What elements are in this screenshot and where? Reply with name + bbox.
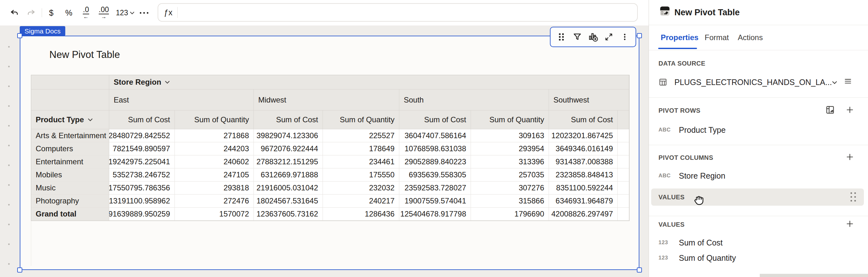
pivot-value-cell[interactable]: 18024567.531645 [254, 194, 323, 208]
pivot-value-cell[interactable]: 1796690 [471, 208, 549, 221]
pivot-value-cell[interactable]: 257035 [471, 168, 549, 182]
pivot-column-item[interactable]: ABC Store Region [658, 170, 849, 182]
pivot-value-cell[interactable]: 1570072 [175, 208, 254, 221]
percent-format-button[interactable]: % [62, 6, 75, 19]
pivot-value-cell[interactable]: 293954 [471, 142, 549, 155]
pivot-group-header[interactable]: East [109, 89, 254, 111]
pivot-row-dimension-header[interactable]: Product Type [31, 111, 109, 129]
pivot-row-label[interactable]: Photography [31, 194, 109, 208]
pivot-value-cell[interactable]: 247105 [175, 168, 254, 182]
chevron-down-icon[interactable] [165, 81, 170, 84]
value-item[interactable]: 123 Sum of Quantity [658, 251, 849, 264]
pivot-value-cell[interactable]: 19242975.225041 [109, 155, 175, 168]
measure-header[interactable]: Sum of Quantity [471, 111, 549, 129]
pivot-value-cell[interactable]: 1286436 [323, 208, 399, 221]
formula-bar[interactable]: ƒx [158, 3, 638, 22]
pivot-value-cell[interactable]: 240217 [323, 194, 399, 208]
pivot-value-cell[interactable]: 9314387.008388 [549, 155, 618, 168]
add-value-icon[interactable] [844, 218, 855, 229]
pivot-value-cell[interactable]: 125404678.917798 [399, 208, 471, 221]
pivot-row-label[interactable]: Entertainment [31, 155, 109, 168]
drag-handle-icon[interactable] [850, 192, 856, 202]
tab-properties[interactable]: Properties [661, 33, 699, 42]
filter-icon[interactable] [571, 31, 583, 43]
pivot-group-header[interactable]: South [399, 89, 549, 111]
pivot-value-cell[interactable]: 36047407.586164 [399, 129, 471, 142]
create-child-chart-icon[interactable] [587, 31, 599, 43]
resize-handle-bottom-left[interactable] [17, 268, 22, 273]
pivot-value-cell[interactable]: 5352738.246752 [109, 168, 175, 182]
more-formats-button[interactable] [137, 6, 150, 19]
number-format-dropdown[interactable]: 123 [113, 6, 137, 19]
resize-handle-top-right[interactable] [637, 33, 642, 38]
pivot-value-cell[interactable]: 10768598.631038 [399, 142, 471, 155]
pivot-value-cell[interactable]: 232032 [323, 182, 399, 194]
data-source-name[interactable]: PLUGS_ELECTRONICS_HANDS_ON_LA... [674, 78, 832, 87]
pivot-value-cell[interactable]: 42008826.297497 [549, 208, 618, 221]
pivot-value-cell[interactable]: 17550795.786356 [109, 182, 175, 194]
pivot-value-cell[interactable]: 240602 [175, 155, 254, 168]
column-list-icon[interactable] [842, 76, 854, 87]
measure-header[interactable]: Sum of Cost [549, 111, 618, 129]
chevron-down-icon[interactable] [88, 118, 93, 121]
pivot-value-cell[interactable]: 234461 [323, 155, 399, 168]
pivot-value-cell[interactable]: 175550 [323, 168, 399, 182]
pivot-value-cell[interactable]: 12023201.867425 [549, 129, 618, 142]
pivot-value-cell[interactable]: 28480729.842552 [109, 129, 175, 142]
pivot-value-cell[interactable]: 29052889.840223 [399, 155, 471, 168]
pivot-value-cell[interactable]: 27883212.151295 [254, 155, 323, 168]
undo-icon[interactable] [8, 6, 21, 19]
tab-actions[interactable]: Actions [738, 33, 763, 42]
pivot-row-label[interactable]: Arts & Entertainment [31, 129, 109, 142]
pivot-row-item[interactable]: ABC Product Type [658, 124, 849, 136]
pivot-row-label[interactable]: Mobiles [31, 168, 109, 182]
chevron-down-icon[interactable] [829, 77, 840, 88]
pivot-value-cell[interactable]: 8351100.592244 [549, 182, 618, 194]
drag-handle-icon[interactable] [556, 31, 567, 43]
currency-format-button[interactable]: $ [45, 6, 58, 19]
kebab-menu-icon[interactable] [619, 31, 630, 43]
pivot-value-cell[interactable]: 307276 [471, 182, 549, 194]
pivot-value-cell[interactable]: 39829074.123306 [254, 129, 323, 142]
pivot-value-cell[interactable]: 2323858.848413 [549, 168, 618, 182]
pivot-value-cell[interactable]: 293818 [175, 182, 254, 194]
measure-header[interactable]: Sum of Quantity [175, 111, 254, 129]
measure-header[interactable]: Sum of Quantity [323, 111, 399, 129]
pivot-row-label[interactable]: Music [31, 182, 109, 194]
pivot-group-header[interactable]: Southwest [549, 89, 629, 111]
pivot-value-cell[interactable]: 309163 [471, 129, 549, 142]
formula-input[interactable] [178, 4, 637, 21]
pivot-value-cell[interactable]: 178649 [323, 142, 399, 155]
pivot-value-cell[interactable]: 244203 [175, 142, 254, 155]
measure-header[interactable]: Sum of Cost [254, 111, 323, 129]
decrease-decimal-button[interactable]: .0← [80, 6, 92, 19]
pivot-value-cell[interactable]: 7821549.890597 [109, 142, 175, 155]
value-item[interactable]: 123 Sum of Cost [658, 236, 849, 249]
pivot-value-cell[interactable]: 315866 [471, 194, 549, 208]
pivot-value-cell[interactable]: 23592583.728027 [399, 182, 471, 194]
pivot-column-dimension-header[interactable]: Store Region [109, 75, 629, 89]
pivot-value-cell[interactable]: 3649346.016149 [549, 142, 618, 155]
redo-icon[interactable] [25, 6, 38, 19]
pivot-group-header[interactable]: Midwest [254, 89, 399, 111]
pivot-value-cell[interactable]: 91639889.950259 [109, 208, 175, 221]
pivot-value-cell[interactable]: 225527 [323, 129, 399, 142]
resize-handle-bottom-right[interactable] [637, 268, 642, 273]
maximize-icon[interactable] [603, 31, 615, 43]
add-pivot-column-icon[interactable] [844, 152, 855, 162]
pivot-value-cell[interactable]: 272476 [175, 194, 254, 208]
pivot-value-cell[interactable]: 6935639.558305 [399, 168, 471, 182]
pivot-value-cell[interactable]: 13191100.958962 [109, 194, 175, 208]
element-source-tag[interactable]: Sigma Docs [20, 26, 65, 36]
measure-header[interactable]: Sum of Cost [399, 111, 471, 129]
pivot-value-cell[interactable]: 6312669.971888 [254, 168, 323, 182]
add-pivot-row-icon[interactable] [844, 104, 855, 115]
pivot-row-label[interactable]: Computers [31, 142, 109, 155]
pivot-value-cell[interactable]: 271868 [175, 129, 254, 142]
panel-scrollbar[interactable] [760, 274, 868, 277]
resize-handle-top-left[interactable] [17, 33, 22, 38]
increase-decimal-button[interactable]: .00→ [97, 6, 110, 19]
values-drag-chip[interactable]: VALUES [651, 188, 864, 206]
measure-header[interactable]: Sum of Cost [109, 111, 175, 129]
pivot-element[interactable]: New Pivot Table Store Region East Midwes… [20, 36, 640, 270]
